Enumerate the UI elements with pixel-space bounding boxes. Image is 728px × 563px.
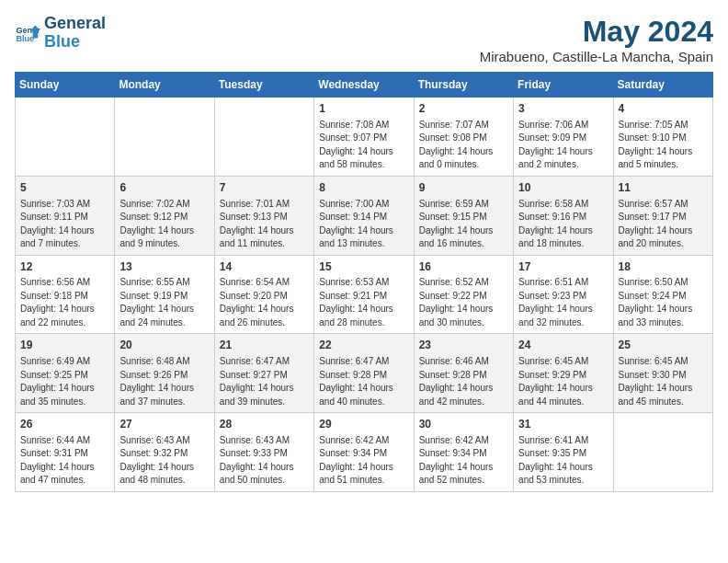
calendar-cell: 26Sunrise: 6:44 AMSunset: 9:31 PMDayligh… <box>16 413 115 492</box>
calendar-cell: 25Sunrise: 6:45 AMSunset: 9:30 PMDayligh… <box>613 334 712 413</box>
day-number: 20 <box>119 338 209 353</box>
day-number: 14 <box>220 259 309 275</box>
day-number: 8 <box>319 180 408 196</box>
calendar-cell <box>613 413 712 492</box>
day-number: 17 <box>518 259 608 275</box>
calendar-cell <box>214 98 313 177</box>
cell-info: Sunrise: 6:45 AMSunset: 9:30 PMDaylight:… <box>619 355 708 408</box>
calendar-cell: 3Sunrise: 7:06 AMSunset: 9:09 PMDaylight… <box>514 98 613 177</box>
calendar-cell: 19Sunrise: 6:49 AMSunset: 9:25 PMDayligh… <box>16 334 115 413</box>
logo-text: General Blue <box>44 15 106 52</box>
cell-info: Sunrise: 7:03 AMSunset: 9:11 PMDaylight:… <box>20 198 109 251</box>
page-header: General Blue General Blue May 2024 Mirab… <box>15 15 713 64</box>
weekday-header-thursday: Thursday <box>414 73 513 98</box>
weekday-header-row: SundayMondayTuesdayWednesdayThursdayFrid… <box>16 73 713 98</box>
cell-info: Sunrise: 7:01 AMSunset: 9:13 PMDaylight:… <box>220 198 309 251</box>
day-number: 27 <box>119 417 209 432</box>
cell-info: Sunrise: 7:00 AMSunset: 9:14 PMDaylight:… <box>319 198 408 251</box>
weekday-header-saturday: Saturday <box>613 73 712 98</box>
weekday-header-wednesday: Wednesday <box>314 73 414 98</box>
calendar-cell: 23Sunrise: 6:46 AMSunset: 9:28 PMDayligh… <box>414 334 513 413</box>
calendar-cell: 31Sunrise: 6:41 AMSunset: 9:35 PMDayligh… <box>514 413 613 492</box>
month-title: May 2024 <box>480 15 713 49</box>
day-number: 7 <box>220 180 309 196</box>
calendar-week-1: 1Sunrise: 7:08 AMSunset: 9:07 PMDaylight… <box>16 98 713 177</box>
cell-info: Sunrise: 6:45 AMSunset: 9:29 PMDaylight:… <box>518 355 608 408</box>
svg-text:Blue: Blue <box>16 34 34 43</box>
day-number: 9 <box>419 180 508 196</box>
day-number: 30 <box>419 417 508 432</box>
cell-info: Sunrise: 7:05 AMSunset: 9:10 PMDaylight:… <box>619 119 708 172</box>
cell-info: Sunrise: 6:49 AMSunset: 9:25 PMDaylight:… <box>20 355 109 408</box>
cell-info: Sunrise: 6:50 AMSunset: 9:24 PMDaylight:… <box>619 276 708 329</box>
cell-info: Sunrise: 7:06 AMSunset: 9:09 PMDaylight:… <box>518 119 608 172</box>
cell-info: Sunrise: 7:02 AMSunset: 9:12 PMDaylight:… <box>119 198 209 251</box>
day-number: 18 <box>619 259 708 275</box>
calendar-cell: 14Sunrise: 6:54 AMSunset: 9:20 PMDayligh… <box>214 255 313 334</box>
day-number: 5 <box>20 180 109 196</box>
calendar-cell: 24Sunrise: 6:45 AMSunset: 9:29 PMDayligh… <box>514 334 613 413</box>
calendar-cell: 9Sunrise: 6:59 AMSunset: 9:15 PMDaylight… <box>414 176 513 255</box>
calendar-body: 1Sunrise: 7:08 AMSunset: 9:07 PMDaylight… <box>16 98 713 492</box>
logo-line2: Blue <box>44 33 106 52</box>
day-number: 28 <box>220 417 309 432</box>
calendar-cell <box>16 98 115 177</box>
day-number: 12 <box>20 259 109 275</box>
weekday-header-sunday: Sunday <box>16 73 115 98</box>
cell-info: Sunrise: 7:07 AMSunset: 9:08 PMDaylight:… <box>419 119 508 172</box>
calendar-cell: 8Sunrise: 7:00 AMSunset: 9:14 PMDaylight… <box>314 176 414 255</box>
cell-info: Sunrise: 6:47 AMSunset: 9:27 PMDaylight:… <box>220 355 309 408</box>
day-number: 13 <box>119 259 209 275</box>
day-number: 26 <box>20 417 109 432</box>
calendar-cell: 20Sunrise: 6:48 AMSunset: 9:26 PMDayligh… <box>115 334 214 413</box>
day-number: 31 <box>518 417 608 432</box>
calendar-cell: 13Sunrise: 6:55 AMSunset: 9:19 PMDayligh… <box>115 255 214 334</box>
cell-info: Sunrise: 6:48 AMSunset: 9:26 PMDaylight:… <box>119 355 209 408</box>
calendar-cell: 6Sunrise: 7:02 AMSunset: 9:12 PMDaylight… <box>115 176 214 255</box>
cell-info: Sunrise: 7:08 AMSunset: 9:07 PMDaylight:… <box>319 119 408 172</box>
weekday-header-tuesday: Tuesday <box>214 73 313 98</box>
logo-icon: General Blue <box>15 20 40 46</box>
calendar-week-2: 5Sunrise: 7:03 AMSunset: 9:11 PMDaylight… <box>16 176 713 255</box>
cell-info: Sunrise: 6:43 AMSunset: 9:32 PMDaylight:… <box>119 434 209 488</box>
day-number: 23 <box>419 338 508 353</box>
day-number: 11 <box>619 180 708 196</box>
day-number: 1 <box>319 101 408 117</box>
day-number: 16 <box>419 259 508 275</box>
cell-info: Sunrise: 6:56 AMSunset: 9:18 PMDaylight:… <box>20 276 109 329</box>
day-number: 10 <box>518 180 608 196</box>
cell-info: Sunrise: 6:58 AMSunset: 9:16 PMDaylight:… <box>518 198 608 251</box>
cell-info: Sunrise: 6:59 AMSunset: 9:15 PMDaylight:… <box>419 198 508 251</box>
day-number: 4 <box>619 101 708 117</box>
calendar-cell: 16Sunrise: 6:52 AMSunset: 9:22 PMDayligh… <box>414 255 513 334</box>
calendar-cell: 21Sunrise: 6:47 AMSunset: 9:27 PMDayligh… <box>214 334 313 413</box>
weekday-header-friday: Friday <box>514 73 613 98</box>
calendar-week-5: 26Sunrise: 6:44 AMSunset: 9:31 PMDayligh… <box>16 413 713 492</box>
day-number: 24 <box>518 338 608 353</box>
calendar-table: SundayMondayTuesdayWednesdayThursdayFrid… <box>15 72 713 492</box>
calendar-cell: 15Sunrise: 6:53 AMSunset: 9:21 PMDayligh… <box>314 255 414 334</box>
cell-info: Sunrise: 6:57 AMSunset: 9:17 PMDaylight:… <box>619 198 708 251</box>
calendar-cell <box>115 98 214 177</box>
day-number: 22 <box>319 338 408 353</box>
cell-info: Sunrise: 6:52 AMSunset: 9:22 PMDaylight:… <box>419 276 508 329</box>
calendar-cell: 28Sunrise: 6:43 AMSunset: 9:33 PMDayligh… <box>214 413 313 492</box>
calendar-cell: 5Sunrise: 7:03 AMSunset: 9:11 PMDaylight… <box>16 176 115 255</box>
cell-info: Sunrise: 6:46 AMSunset: 9:28 PMDaylight:… <box>419 355 508 408</box>
calendar-week-3: 12Sunrise: 6:56 AMSunset: 9:18 PMDayligh… <box>16 255 713 334</box>
cell-info: Sunrise: 6:54 AMSunset: 9:20 PMDaylight:… <box>220 276 309 329</box>
calendar-cell: 10Sunrise: 6:58 AMSunset: 9:16 PMDayligh… <box>514 176 613 255</box>
cell-info: Sunrise: 6:47 AMSunset: 9:28 PMDaylight:… <box>319 355 408 408</box>
calendar-cell: 12Sunrise: 6:56 AMSunset: 9:18 PMDayligh… <box>16 255 115 334</box>
day-number: 29 <box>319 417 408 432</box>
calendar-week-4: 19Sunrise: 6:49 AMSunset: 9:25 PMDayligh… <box>16 334 713 413</box>
day-number: 15 <box>319 259 408 275</box>
location-title: Mirabueno, Castille-La Mancha, Spain <box>480 49 713 64</box>
calendar-cell: 22Sunrise: 6:47 AMSunset: 9:28 PMDayligh… <box>314 334 414 413</box>
cell-info: Sunrise: 6:55 AMSunset: 9:19 PMDaylight:… <box>119 276 209 329</box>
calendar-cell: 2Sunrise: 7:07 AMSunset: 9:08 PMDaylight… <box>414 98 513 177</box>
weekday-header-monday: Monday <box>115 73 214 98</box>
day-number: 2 <box>419 101 508 117</box>
cell-info: Sunrise: 6:42 AMSunset: 9:34 PMDaylight:… <box>319 434 408 488</box>
cell-info: Sunrise: 6:41 AMSunset: 9:35 PMDaylight:… <box>518 434 608 488</box>
